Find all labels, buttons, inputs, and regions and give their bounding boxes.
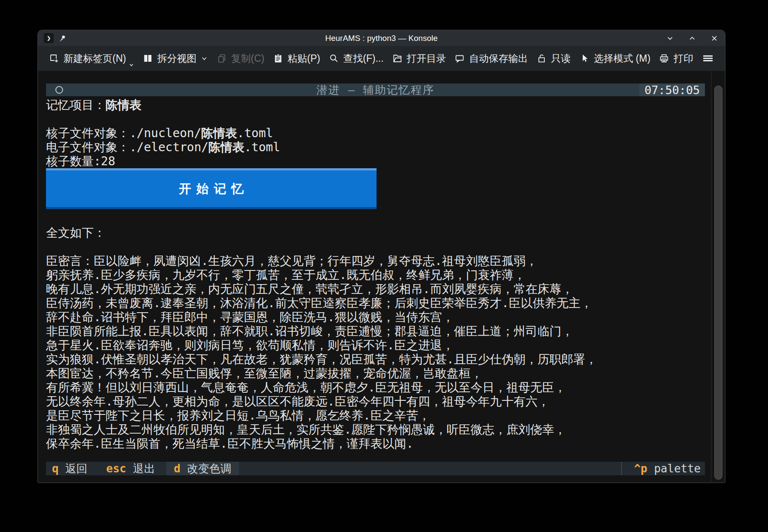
find-label: 查找(F)... bbox=[343, 52, 384, 65]
nucleon-label: 核子文件对象： bbox=[46, 126, 129, 140]
tui-app-title: 潜进 – 辅助记忆程序 bbox=[46, 83, 705, 97]
print-label: 打印 bbox=[673, 52, 693, 65]
terminal-view[interactable]: 潜进 – 辅助记忆程序 07:50:05 记忆项目：陈情表 核子文件对象：./n… bbox=[38, 71, 725, 482]
paste-button[interactable]: 粘贴(P) bbox=[273, 52, 320, 65]
nucleon-path-name: 陈情表 bbox=[201, 126, 237, 140]
copy-button: 复制(C) bbox=[217, 52, 265, 65]
read-only-label: 只读 bbox=[551, 52, 571, 65]
open-directory-label: 打开目录 bbox=[407, 52, 446, 65]
paste-icon bbox=[273, 53, 283, 63]
electron-path-prefix: ./electron/ bbox=[129, 140, 208, 154]
hamburger-menu-button[interactable] bbox=[702, 53, 714, 63]
konsole-window: ❯ HeurAMS : python3 — Konsole bbox=[37, 30, 725, 483]
key-esc: esc bbox=[106, 462, 126, 475]
find-button[interactable]: 查找(F)... bbox=[329, 52, 384, 65]
memory-item-line: 记忆项目：陈情表 bbox=[46, 98, 705, 112]
nucleus-count-line: 核子数量:28 bbox=[46, 154, 705, 168]
cursor-icon bbox=[579, 53, 590, 63]
new-tab-label: 新建标签页(N) bbox=[63, 52, 126, 65]
scrollbar-track bbox=[711, 71, 711, 482]
fulltext-line: 无以终余年.母孙二人，更相为命，是以区区不能废远.臣密今年四十有四，祖母今年九十… bbox=[46, 394, 705, 408]
key-d: d bbox=[174, 462, 181, 475]
auto-save-output-label: 自动保存输出 bbox=[469, 52, 528, 65]
key-esc-label: 退出 bbox=[133, 461, 155, 476]
footer-key-exit[interactable]: esc 退出 bbox=[103, 462, 158, 475]
auto-save-output-button[interactable]: 自动保存输出 bbox=[454, 52, 528, 65]
paste-label: 粘贴(P) bbox=[288, 52, 320, 65]
footer-key-back[interactable]: q 返回 bbox=[46, 462, 91, 475]
comment-icon bbox=[454, 53, 465, 63]
key-palette-label: palette bbox=[654, 462, 701, 475]
footer-key-change-tone[interactable]: d 改变色调 bbox=[166, 462, 239, 475]
search-icon bbox=[329, 53, 339, 63]
copy-icon bbox=[217, 53, 227, 63]
scrollbar-thumb[interactable] bbox=[714, 86, 722, 480]
select-mode-label: 选择模式 (M) bbox=[594, 52, 650, 65]
tui-header-bar: 潜进 – 辅助记忆程序 07:50:05 bbox=[46, 83, 705, 96]
new-tab-button[interactable]: 新建标签页(N) bbox=[49, 52, 134, 65]
chevron-down-icon bbox=[129, 62, 134, 68]
key-q-label: 返回 bbox=[65, 461, 87, 476]
fulltext-line: 本图宦达，不矜名节.今臣亡国贱俘，至微至陋，过蒙拔擢，宠命优渥，岂敢盘桓， bbox=[46, 366, 705, 380]
fulltext-line: 晚有儿息.外无期功强近之亲，内无应门五尺之僮，茕茕孑立，形影相吊.而刘夙婴疾病，… bbox=[46, 282, 705, 296]
fulltext-line: 保卒余年.臣生当陨首，死当结草.臣不胜犬马怖惧之情，谨拜表以闻. bbox=[46, 437, 705, 451]
fulltext-line: 辞不赴命.诏书特下，拜臣郎中，寻蒙国恩，除臣洗马.猥以微贱，当侍东宫， bbox=[46, 310, 705, 324]
fulltext-line: 非臣陨首所能上报.臣具以表闻，辞不就职.诏书切峻，责臣逋慢；郡县逼迫，催臣上道；… bbox=[46, 324, 705, 338]
fulltext-line: 有所希冀！但以刘日薄西山，气息奄奄，人命危浅，朝不虑夕.臣无祖母，无以至今日，祖… bbox=[46, 380, 705, 394]
lock-open-icon bbox=[537, 53, 547, 63]
minimize-button[interactable] bbox=[665, 34, 675, 43]
tui-footer-bar: q 返回 esc 退出 d 改变色调 ^p palette bbox=[46, 462, 705, 475]
fulltext-line: 臣侍汤药，未曾废离.逮奉圣朝，沐浴清化.前太守臣逵察臣孝廉；后刺史臣荣举臣秀才.… bbox=[46, 296, 705, 310]
electron-label: 电子文件对象： bbox=[46, 140, 129, 154]
nucleon-path-ext: .toml bbox=[237, 126, 273, 140]
key-ctrl-p: ^p bbox=[634, 462, 647, 475]
copy-label: 复制(C) bbox=[231, 52, 265, 65]
print-button[interactable]: 打印 bbox=[659, 52, 693, 65]
toolbar: 新建标签页(N) 拆分视图 复制(C) bbox=[38, 46, 725, 71]
printer-icon bbox=[659, 53, 669, 63]
fulltext-line: 躬亲抚养.臣少多疾病，九岁不行，零丁孤苦，至于成立.既无伯叔，终鲜兄弟，门衰祚薄… bbox=[46, 268, 705, 282]
read-only-button[interactable]: 只读 bbox=[537, 52, 571, 65]
title-bar: ❯ HeurAMS : python3 — Konsole bbox=[38, 30, 725, 46]
nucleon-file-line: 核子文件对象：./nucleon/陈情表.toml bbox=[46, 126, 705, 140]
konsole-app-icon: ❯ bbox=[44, 33, 54, 43]
key-d-label: 改变色调 bbox=[187, 461, 231, 476]
open-directory-button[interactable]: 打开目录 bbox=[392, 52, 446, 65]
maximize-button[interactable] bbox=[687, 34, 697, 43]
electron-path-ext: .toml bbox=[244, 140, 280, 154]
close-button[interactable] bbox=[710, 34, 719, 43]
nucleus-count-label: 核子数量: bbox=[46, 154, 101, 168]
memory-item-value: 陈情表 bbox=[106, 98, 141, 112]
folder-icon bbox=[392, 53, 403, 63]
electron-path-name: 陈情表 bbox=[208, 140, 244, 154]
footer-key-palette[interactable]: ^p palette bbox=[621, 462, 705, 475]
fulltext-line: 急于星火.臣欲奉诏奔驰，则刘病日笃，欲苟顺私情，则告诉不许.臣之进退， bbox=[46, 338, 705, 352]
chevron-down-icon bbox=[201, 55, 208, 62]
fulltext-line: 臣密言：臣以险衅，夙遭闵凶.生孩六月，慈父见背；行年四岁，舅夺母志.祖母刘愍臣孤… bbox=[46, 254, 705, 268]
fulltext-line: 非独蜀之人士及二州牧伯所见明知，皇天后土，实所共鉴.愿陛下矜悯愚诚，听臣微志，庶… bbox=[46, 423, 705, 437]
split-view-button[interactable]: 拆分视图 bbox=[143, 52, 208, 65]
split-view-icon bbox=[143, 53, 153, 63]
electron-file-line: 电子文件对象：./electron/陈情表.toml bbox=[46, 140, 705, 154]
select-mode-button[interactable]: 选择模式 (M) bbox=[579, 52, 650, 65]
nucleon-path-prefix: ./nucleon/ bbox=[129, 126, 201, 140]
tui-clock: 07:50:05 bbox=[639, 83, 705, 96]
hamburger-icon bbox=[702, 53, 714, 63]
fulltext-label: 全文如下： bbox=[46, 226, 705, 240]
window-title: HeurAMS : python3 — Konsole bbox=[38, 34, 725, 43]
split-view-label: 拆分视图 bbox=[157, 52, 196, 65]
pin-icon[interactable] bbox=[58, 34, 66, 43]
fulltext-line: 实为狼狈.伏惟圣朝以孝治天下，凡在故老，犹蒙矜育，况臣孤苦，特为尤甚.且臣少仕伪… bbox=[46, 352, 705, 366]
key-q: q bbox=[52, 462, 59, 475]
start-memorize-button[interactable]: 开始记忆 bbox=[46, 168, 377, 209]
fulltext-line: 是臣尽节于陛下之日长，报养刘之日短.乌鸟私情，愿乞终养.臣之辛苦， bbox=[46, 408, 705, 423]
memory-item-label: 记忆项目： bbox=[46, 98, 106, 112]
new-tab-icon bbox=[49, 53, 59, 63]
nucleus-count-value: 28 bbox=[101, 154, 115, 168]
fulltext-body: 臣密言：臣以险衅，夙遭闵凶.生孩六月，慈父见背；行年四岁，舅夺母志.祖母刘愍臣孤… bbox=[46, 254, 705, 451]
